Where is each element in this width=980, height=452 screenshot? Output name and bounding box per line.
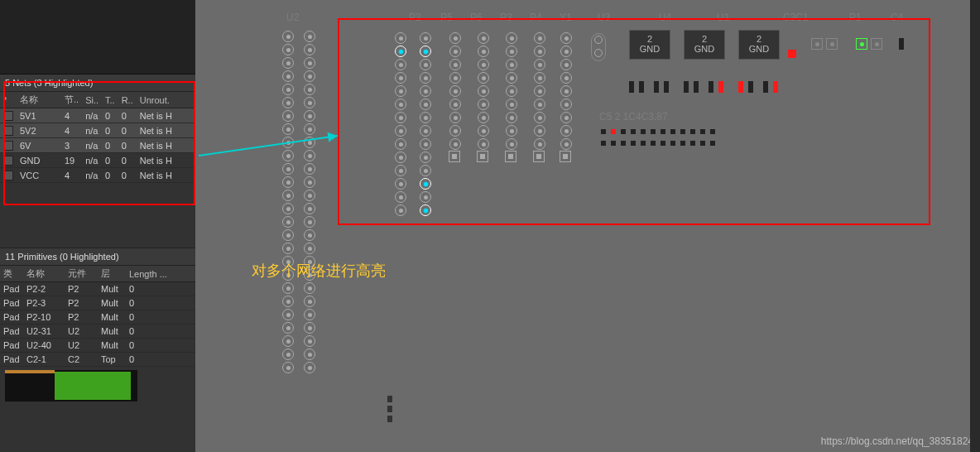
nets-col-star[interactable]: * <box>0 92 17 108</box>
ic-chip: 2GND <box>738 30 780 60</box>
scrollbar-vertical[interactable] <box>970 0 980 452</box>
primitives-table[interactable]: 类 名称 元件 层 Length ... PadP2-2P2Mult0PadP2… <box>0 266 195 367</box>
table-row[interactable]: PadP2-3P2Mult0 <box>0 296 195 310</box>
refdes: U3 <box>598 12 610 23</box>
pad-pair <box>811 38 838 50</box>
prim-col-length[interactable]: Length ... <box>126 266 195 282</box>
refdes: P2 <box>409 12 421 23</box>
layer-preview <box>5 370 137 402</box>
pad-column <box>281 30 295 374</box>
pad-column <box>303 30 316 374</box>
pcb-canvas[interactable]: U2 P2 P5 P6 P3 P4 Y1 U3 U4 U1 C3C1 P1 C4… <box>195 0 980 452</box>
prim-col-comp[interactable]: 元件 <box>65 266 98 282</box>
table-row[interactable]: VCC4n/a00Net is H <box>0 168 195 183</box>
ic-chip: 2GND <box>684 30 725 60</box>
annotation-text: 对多个网络进行高亮 <box>252 261 386 281</box>
pad-column <box>419 31 432 217</box>
refdes: P6 <box>470 12 483 23</box>
refdes: P4 <box>530 12 542 23</box>
crystal-outline <box>591 33 606 61</box>
refdes: C3C1 <box>783 12 809 23</box>
nets-col-r[interactable]: R.. <box>118 92 137 108</box>
refdes: P5 <box>440 12 453 23</box>
refdes: Y1 <box>560 12 572 23</box>
left-panel: 5 Nets (3 Highlighted) * 名称 节.. Si.. T..… <box>0 0 195 452</box>
filter-area <box>0 0 195 75</box>
nets-col-unrout[interactable]: Unrout. <box>137 92 195 108</box>
smd-pad <box>899 38 904 50</box>
prim-col-type[interactable]: 类 <box>0 266 23 282</box>
table-row[interactable]: 5V24n/a00Net is H <box>0 123 195 138</box>
refdes: P1 <box>849 12 862 23</box>
refdes: U4 <box>659 12 671 23</box>
table-row[interactable]: PadC2-1C2Top0 <box>0 353 195 367</box>
table-row[interactable]: 6V3n/a00Net is H <box>0 138 195 153</box>
nets-col-t[interactable]: T.. <box>102 92 118 108</box>
pad-highlight <box>788 50 796 58</box>
table-row[interactable]: 5V14n/a00Net is H <box>0 108 195 123</box>
table-row[interactable]: GND19n/a00Net is H <box>0 153 195 168</box>
smd-pad <box>387 406 392 412</box>
nets-table[interactable]: * 名称 节.. Si.. T.. R.. Unrout. 5V14n/a00N… <box>0 92 195 183</box>
refdes: C4 <box>891 12 903 23</box>
smd-pad <box>387 396 392 402</box>
refdes: U1 <box>717 12 729 23</box>
nets-col-si[interactable]: Si.. <box>82 92 102 108</box>
ic-chip: 2GND <box>629 30 670 60</box>
prim-col-layer[interactable]: 层 <box>98 266 126 282</box>
pad-column <box>394 31 407 217</box>
watermark: https://blog.csdn.net/qq_38351824 <box>821 435 973 447</box>
nets-col-name[interactable]: 名称 <box>17 92 61 108</box>
refdes: U2 <box>286 12 299 23</box>
table-row[interactable]: PadP2-10P2Mult0 <box>0 310 195 325</box>
table-row[interactable]: PadP2-2P2Mult0 <box>0 282 195 296</box>
refdes: P3 <box>500 12 512 23</box>
refdes: C5 2 1C4C3.87 <box>599 111 668 123</box>
nets-panel-title: 5 Nets (3 Highlighted) <box>0 75 195 92</box>
table-row[interactable]: PadU2-40U2Mult0 <box>0 339 195 353</box>
pad-pair <box>856 38 882 50</box>
table-row[interactable]: PadU2-31U2Mult0 <box>0 325 195 339</box>
prim-col-name[interactable]: 名称 <box>23 266 65 282</box>
smd-pad <box>387 416 392 422</box>
nets-col-nodes[interactable]: 节.. <box>61 92 82 108</box>
primitives-panel-title: 11 Primitives (0 Highlighted) <box>0 248 195 266</box>
